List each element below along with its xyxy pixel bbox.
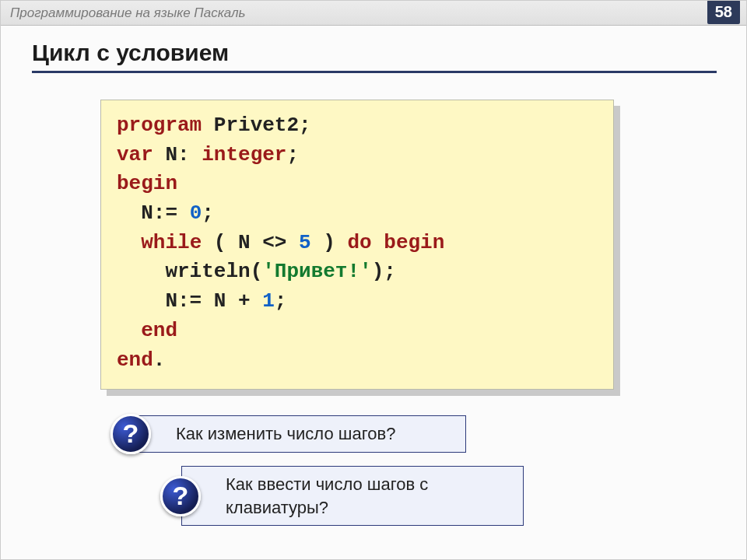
incr-a: N:= N + [117,289,262,313]
kw-program: program [117,114,202,137]
end-dot: . [153,348,166,372]
var-decl: N: [153,143,202,166]
semi2: ; [286,143,299,166]
pad8 [117,319,141,342]
sp5 [372,231,384,254]
question-mark-icon: ? [160,476,201,516]
writeln-a: writeln( [117,260,262,283]
writeln-b: ); [372,260,396,283]
code-block: program Privet2; var N: integer; begin N… [100,100,614,390]
kw-integer: integer [202,143,286,166]
str-q2: ' [359,260,372,283]
kw-begin2: begin [384,231,444,254]
str-lit: Привет! [275,260,359,283]
question-box-2: ? Как ввести число шагов с клавиатуры? [181,466,524,526]
incr-b: ; [275,289,287,313]
kw-var: var [117,143,153,166]
pad5 [117,231,141,254]
num-5: 5 [299,231,311,254]
page-number: 58 [707,0,740,24]
title-area: Цикл с условием [1,26,746,78]
num-1: 1 [262,289,275,313]
code-content: program Privet2; var N: integer; begin N… [100,100,614,390]
question-mark-icon: ? [110,414,151,454]
assign-n0b: ; [202,201,214,225]
while-open: ( N <> [202,231,299,254]
title-underline [32,71,717,73]
assign-n0a: N:= [117,201,190,225]
question-1-text: Как изменить число шагов? [176,424,395,443]
question-2-text: Как ввести число шагов с клавиатуры? [226,474,428,517]
header-bar: Программирование на языке Паскаль 58 [1,1,746,26]
slide-title: Цикл с условием [32,40,715,66]
question-box-1: ? Как изменить число шагов? [132,415,466,453]
prog-name: Privet2; [202,114,310,137]
kw-while: while [141,231,202,254]
kw-end-inner: end [141,319,177,342]
kw-begin: begin [117,172,177,195]
course-title: Программирование на языке Паскаль [10,5,245,21]
kw-end-outer: end [117,348,153,372]
num-0: 0 [190,201,202,225]
kw-do: do [347,231,371,254]
str-q1: ' [262,260,275,283]
while-close: ) [311,231,348,254]
